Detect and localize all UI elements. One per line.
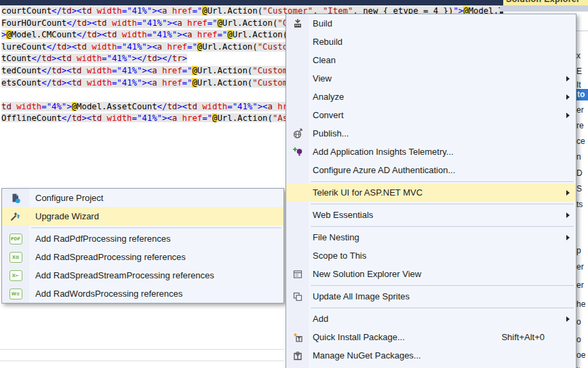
code-segment: a bbox=[157, 42, 162, 52]
code-segment: tCount bbox=[1, 54, 31, 63]
menu-item-label: Configure Azure AD Authentication... bbox=[309, 165, 455, 175]
code-segment: width bbox=[202, 102, 227, 111]
tree-item-fragment[interactable]: er bbox=[576, 105, 584, 115]
code-segment: ></ bbox=[157, 54, 172, 63]
menu-item-add-radspreadprocessing-references[interactable]: X⊞Add RadSpreadProcessing references bbox=[2, 248, 283, 266]
code-segment: a bbox=[177, 18, 182, 28]
tree-item-fragment[interactable]: ce bbox=[576, 136, 585, 146]
menu-item-manage-nuget-packages[interactable]: Manage NuGet Packages... bbox=[286, 346, 576, 365]
build-icon bbox=[286, 18, 309, 29]
tree-item-selected-fragment[interactable]: to bbox=[576, 89, 588, 100]
code-segment: @ bbox=[192, 78, 197, 88]
menu-item-analyze[interactable]: Analyze bbox=[286, 88, 576, 106]
tree-item-fragment[interactable]: E bbox=[576, 67, 582, 76]
tree-item-fragment[interactable]: o bbox=[576, 335, 581, 344]
tree-item-fragment[interactable]: oe bbox=[576, 350, 585, 360]
tree-item-fragment[interactable]: S bbox=[576, 184, 582, 194]
menu-item-add-radwordsprocessing-references[interactable]: W≡Add RadWordsProcessing references bbox=[2, 284, 283, 303]
code-segment: </ bbox=[52, 6, 62, 16]
radwordsprocessing-icon: W≡ bbox=[9, 289, 22, 299]
tree-item-fragment[interactable]: n bbox=[576, 152, 581, 162]
menu-item-scope-to-this[interactable]: Scope to This bbox=[286, 246, 576, 265]
code-segment: Url.Action( bbox=[233, 30, 288, 39]
code-segment: =" bbox=[208, 18, 218, 28]
menu-item-convert[interactable]: Convert bbox=[286, 106, 576, 124]
tree-item-fragment[interactable]: er bbox=[576, 280, 584, 290]
menu-item-web-essentials[interactable]: Web Essentials bbox=[286, 206, 576, 224]
menu-item-rebuild[interactable]: Rebuild bbox=[286, 33, 576, 51]
tree-item-fragment[interactable]: D bbox=[576, 168, 583, 178]
menu-item-publish[interactable]: Publish... bbox=[286, 124, 576, 143]
code-segment: href bbox=[197, 30, 218, 39]
radspreadstreamprocessing-icon: X← bbox=[2, 270, 29, 281]
code-segment: </ bbox=[66, 18, 77, 28]
solution-explorer-panel: xEIttoerrecenDStspererheoooeite bbox=[576, 12, 588, 368]
tree-item-fragment[interactable]: ts bbox=[576, 200, 583, 209]
code-segment: > bbox=[66, 102, 71, 111]
menu-item-quick-install-package[interactable]: Quick Install Package...Shift+Alt+0 bbox=[286, 328, 576, 346]
code-segment: td bbox=[62, 54, 72, 63]
solution-explorer-title: Solution Explorer bbox=[506, 0, 580, 4]
code-segment: width bbox=[107, 113, 132, 122]
tree-item-fragment[interactable]: It bbox=[576, 80, 581, 90]
menu-item-file-nesting[interactable]: File Nesting bbox=[286, 228, 576, 246]
new-solution-explorer-view-icon bbox=[286, 269, 309, 280]
code-segment: @ bbox=[217, 18, 222, 28]
menu-item-new-solution-explorer-view[interactable]: New Solution Explorer View bbox=[286, 265, 576, 283]
code-segment: >< bbox=[87, 18, 97, 28]
menu-item-telerik-ui-for-asp-net-mvc[interactable]: Telerik UI for ASP.NET MVC bbox=[286, 183, 576, 202]
tree-item-fragment[interactable]: p bbox=[576, 246, 581, 255]
menu-item-clean[interactable]: Clean bbox=[286, 51, 576, 69]
publish-icon bbox=[286, 128, 309, 139]
tree-item-fragment[interactable]: re bbox=[576, 121, 584, 130]
code-segment: </ bbox=[47, 42, 57, 52]
solution-explorer-toolbar-strip bbox=[500, 5, 588, 12]
menu-item-configure-azure-ad-authentication[interactable]: Configure Azure AD Authentication... bbox=[286, 161, 576, 179]
menu-item-label: Convert bbox=[309, 110, 344, 120]
code-segment: Url.Action( bbox=[208, 6, 262, 16]
menu-item-upgrade-wizard[interactable]: Upgrade Wizard bbox=[2, 207, 283, 225]
menu-item-label: File Nesting bbox=[309, 232, 359, 242]
code-segment: courtCount bbox=[1, 6, 52, 16]
menu-item-add[interactable]: Add bbox=[286, 310, 576, 328]
radspreadprocessing-icon: X⊞ bbox=[2, 252, 29, 263]
menu-item-label: Web Essentials bbox=[309, 210, 373, 220]
menu-item-label: Update All Image Sprites bbox=[309, 291, 410, 301]
code-segment: td bbox=[62, 6, 72, 16]
menu-item-build[interactable]: Build bbox=[286, 14, 576, 33]
panel-separator bbox=[576, 31, 588, 31]
code-segment: td bbox=[77, 42, 87, 52]
menu-item-update-all-image-sprites[interactable]: Update All Image Sprites bbox=[286, 287, 576, 306]
menu-item-add-radpdfprocessing-references[interactable]: PDFAdd RadPdfProcessing references bbox=[2, 229, 283, 248]
code-segment: td bbox=[72, 66, 82, 75]
code-segment: td bbox=[92, 113, 102, 122]
menu-item-label: Quick Install Package... bbox=[309, 332, 405, 342]
code-segment bbox=[72, 54, 77, 63]
submenu-arrow-icon bbox=[566, 316, 570, 322]
menu-item-label: Scope to This bbox=[309, 251, 366, 261]
code-segment: "41%" bbox=[142, 18, 167, 28]
menu-item-add-application-insights-telemetry[interactable]: Add Application Insights Telemetry... bbox=[286, 143, 576, 161]
code-segment: "41%" bbox=[137, 113, 162, 122]
menu-item-configure-project[interactable]: Configure Project bbox=[2, 189, 283, 207]
code-segment: "41%" bbox=[233, 102, 258, 111]
code-segment: = bbox=[41, 102, 46, 111]
tree-item-fragment[interactable]: x bbox=[576, 51, 581, 60]
tree-item-fragment[interactable]: o bbox=[576, 317, 581, 327]
menu-item-label: Add RadWordsProcessing references bbox=[29, 289, 182, 299]
menu-item-label: Manage NuGet Packages... bbox=[309, 350, 421, 361]
code-segment: >< bbox=[142, 66, 152, 75]
code-segment: >< bbox=[62, 66, 72, 75]
radwordsprocessing-icon: W≡ bbox=[2, 289, 29, 299]
code-segment: href bbox=[182, 113, 203, 122]
code-segment: width bbox=[112, 18, 137, 28]
menu-item-add-radspreadstreamprocessing-references[interactable]: X←Add RadSpreadStreamProcessing referenc… bbox=[2, 266, 283, 284]
tree-item-fragment[interactable]: er bbox=[576, 262, 584, 272]
code-segment: =" bbox=[217, 30, 227, 39]
menu-item-view[interactable]: View bbox=[286, 69, 576, 88]
menu-item-label: Clean bbox=[309, 55, 336, 65]
submenu-arrow-icon bbox=[566, 235, 570, 240]
code-segment: "4%" bbox=[47, 102, 67, 111]
code-segment: td bbox=[147, 54, 157, 63]
tree-item-fragment[interactable]: he bbox=[576, 299, 585, 309]
